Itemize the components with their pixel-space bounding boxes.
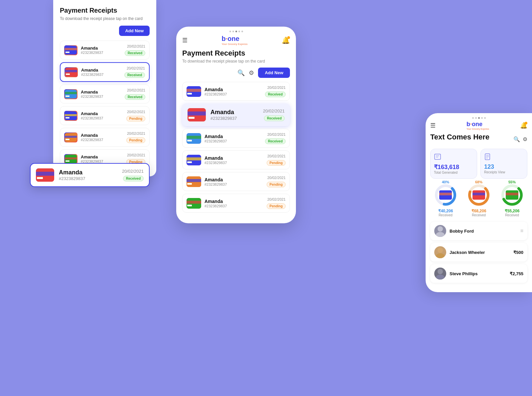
dot-3	[235, 31, 237, 32]
center-selected-name: Amanda	[210, 109, 263, 116]
receipt-name-1: Amanda	[81, 46, 125, 51]
right-bell-icon-wrap[interactable]: 🔔	[520, 122, 527, 129]
receipt-date-4: 20/02/2021	[126, 110, 145, 114]
center-phone-header: ☰ b·one Your Grocery Express 🔔	[176, 35, 296, 49]
right-hamburger-icon[interactable]: ☰	[430, 122, 436, 129]
right-phone: ☰ b·one Your Grocery Express 🔔 Text Come…	[426, 113, 532, 292]
receipt-badge-1: Received	[125, 50, 145, 56]
search-icon[interactable]: 🔍	[237, 69, 245, 77]
svg-rect-1	[65, 48, 77, 50]
center-phone-card-6[interactable]: Amanda #2323829837 20/02/2021 Pending	[182, 194, 290, 213]
right-logo-dot: ·	[470, 121, 472, 127]
left-receipt-card-5[interactable]: Amanda #2323829837 20/02/2021 Pending	[60, 128, 150, 147]
person-menu-icon-bobby[interactable]: ≡	[520, 228, 523, 234]
person-row-bobby[interactable]: Bobby Ford ≡	[430, 222, 527, 240]
right-phone-header: ☰ b·one Your Grocery Express 🔔	[426, 121, 532, 133]
receipt-badge-3: Received	[125, 94, 145, 100]
center-receipt-date-5: 20/02/2021	[267, 176, 286, 180]
receipt-badge-2: Received	[124, 72, 145, 78]
stat-card-receipts-view: 123 Receipts View	[480, 149, 527, 179]
floating-receipt-date: 20/02/2021	[122, 169, 144, 174]
center-receipt-name-3: Amanda	[204, 134, 265, 139]
person-name-bobby: Bobby Ford	[450, 229, 518, 234]
center-add-new-button[interactable]: Add New	[258, 68, 290, 78]
receipt-id-3: #2323829837	[81, 95, 125, 99]
center-phone-actions: 🔍 ⚙ Add New	[182, 68, 290, 78]
center-receipt-name-5: Amanda	[204, 177, 267, 182]
center-phone-card-1[interactable]: Amanda #2323829837 20/02/2021 Received	[182, 82, 290, 101]
donut-item-2: 68% ₹68,206 Received	[464, 183, 494, 217]
center-phone-card-5[interactable]: Amanda #2323829837 20/02/2021 Pending	[182, 172, 290, 191]
left-receipt-card-3[interactable]: Amanda #2323829837 20/02/2021 Received	[60, 85, 150, 103]
stat-card-total-generated: ₹163,618 Total Generated	[430, 149, 477, 179]
donut-amount-1: ₹40,206	[438, 209, 453, 213]
receipt-id-2: #2323829837	[81, 73, 124, 77]
svg-point-58	[438, 226, 443, 232]
right-search-icon[interactable]: 🔍	[513, 136, 520, 142]
center-receipt-badge-6: Pending	[267, 203, 286, 209]
floating-receipt-card[interactable]: Amanda #2323829837 20/02/2021 Received	[30, 163, 150, 187]
bell-notification-dot	[287, 36, 290, 39]
center-card-thumb-1	[187, 86, 201, 97]
stat-label-receipts-view: Receipts View	[484, 170, 524, 174]
svg-rect-22	[187, 89, 201, 92]
bell-icon-wrap[interactable]: 🔔	[282, 36, 290, 44]
person-name-steve: Steve Phillips	[450, 271, 510, 276]
svg-point-60	[438, 248, 443, 253]
center-receipt-right-3: 20/02/2021 Received	[265, 132, 286, 144]
center-receipt-info-4: Amanda #2323829837	[204, 155, 267, 165]
person-row-jackson[interactable]: Jackson Wheeler ₹500	[430, 243, 527, 262]
center-receipt-id-4: #2323829837	[204, 161, 267, 165]
svg-rect-29	[187, 140, 192, 141]
receipt-right-2: 20/02/2021 Received	[124, 66, 145, 78]
center-phone-card-selected[interactable]: Amanda #2323829837 20/02/2021 Received	[182, 103, 290, 126]
svg-rect-49	[439, 193, 452, 195]
left-receipt-card-4[interactable]: Amanda #2323829837 20/02/2021 Pending	[60, 106, 150, 125]
center-phone-card-4[interactable]: Amanda #2323829837 20/02/2021 Pending	[182, 150, 290, 169]
center-receipt-right-1: 20/02/2021 Received	[265, 86, 286, 97]
receipt-info-6: Amanda #2323829837	[81, 154, 126, 163]
right-dot-1	[472, 117, 474, 119]
center-selected-date: 20/02/2021	[263, 108, 285, 113]
dot-5	[241, 31, 243, 32]
hamburger-icon[interactable]: ☰	[182, 37, 188, 44]
right-filter-icon[interactable]: ⚙	[523, 136, 527, 142]
receipt-name-4: Amanda	[81, 111, 126, 116]
floating-receipt-name: Amanda	[59, 169, 122, 176]
stats-row: ₹163,618 Total Generated 123 Receipts Vi…	[430, 149, 527, 179]
right-dot-5	[484, 117, 486, 119]
center-card-thumb-4	[187, 155, 201, 165]
filter-icon[interactable]: ⚙	[249, 69, 254, 77]
donut-card-img-1	[439, 190, 452, 200]
stat-label-total-generated: Total Generated	[434, 171, 473, 174]
donut-wrap-2: 68%	[467, 183, 490, 207]
center-receipt-id-5: #2323829837	[204, 182, 267, 186]
svg-rect-32	[187, 161, 192, 163]
person-row-steve[interactable]: Steve Phillips ₹2,755	[430, 264, 527, 283]
donut-wrap-1: 40%	[434, 183, 457, 207]
left-receipt-card-2[interactable]: Amanda #2323829837 20/02/2021 Received	[60, 62, 150, 82]
left-receipt-card-1[interactable]: Amanda #2323829837 20/02/2021 Received	[60, 41, 150, 60]
svg-rect-25	[188, 111, 206, 115]
floating-receipt-id: #2323829837	[59, 176, 122, 181]
card-thumb-2	[65, 67, 78, 77]
center-logo: b·one Your Grocery Express	[222, 35, 248, 46]
left-add-new-button[interactable]: Add New	[119, 26, 150, 36]
center-receipt-info-5: Amanda #2323829837	[204, 177, 267, 186]
right-page-title: Text Comes Here	[430, 133, 489, 141]
right-dot-4	[481, 117, 483, 119]
center-page-title: Payment Receipts	[182, 49, 290, 58]
person-amount-jackson: ₹500	[513, 250, 523, 255]
avatar-bobby	[434, 225, 446, 237]
receipt-name-5: Amanda	[81, 133, 126, 138]
center-phone-card-3[interactable]: Amanda #2323829837 20/02/2021 Received	[182, 129, 290, 148]
floating-receipt-badge: Received	[123, 176, 144, 181]
card-thumb-3	[64, 89, 77, 99]
dot-2	[232, 31, 234, 32]
receipt-id-5: #2323829837	[81, 138, 126, 142]
svg-rect-38	[187, 205, 192, 206]
receipt-id-4: #2323829837	[81, 116, 126, 120]
svg-point-62	[438, 269, 443, 274]
avatar-steve	[434, 268, 446, 280]
center-card-thumb-6	[187, 198, 201, 209]
